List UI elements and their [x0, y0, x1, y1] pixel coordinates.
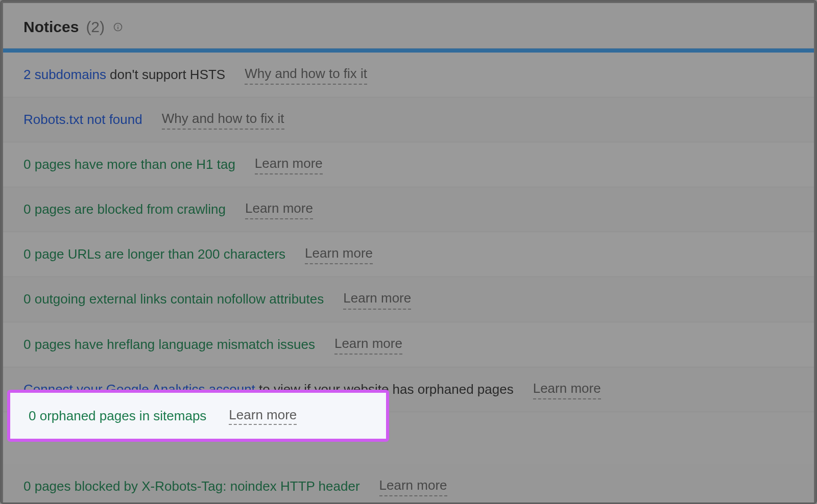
learn-more-link[interactable]: Learn more — [255, 155, 323, 174]
notice-row: 0 pages have hreflang language mismatch … — [3, 322, 814, 367]
notices-title: Notices — [23, 18, 79, 36]
notice-link[interactable]: 2 subdomains — [23, 67, 106, 82]
svg-point-1 — [117, 25, 118, 26]
notice-message: 0 pages have more than one H1 tag — [23, 156, 235, 173]
notice-link[interactable]: Robots.txt not found — [23, 112, 142, 127]
info-icon[interactable] — [113, 22, 123, 32]
notice-link[interactable]: 0 pages have more than one H1 tag — [23, 157, 235, 172]
notice-row: 0 page URLs are longer than 200 characte… — [3, 232, 814, 277]
progress-bar — [3, 48, 814, 53]
notice-row: 0 pages blocked by X-Robots-Tag: noindex… — [3, 464, 814, 504]
notice-message: 0 pages are blocked from crawling — [23, 200, 226, 218]
notice-message: 2 subdomains don't support HSTS — [23, 66, 225, 84]
fix-link[interactable]: Why and how to fix it — [245, 65, 367, 85]
notice-link[interactable]: 0 orphaned pages in sitemaps — [29, 408, 206, 424]
notice-message: 0 outgoing external links contain nofoll… — [23, 290, 324, 308]
fix-link[interactable]: Why and how to fix it — [162, 110, 284, 130]
learn-more-link[interactable]: Learn more — [245, 199, 313, 219]
notice-link[interactable]: 0 page URLs are longer than 200 characte… — [23, 246, 285, 262]
notice-link[interactable]: 0 pages blocked by X-Robots-Tag: noindex… — [23, 478, 360, 494]
notices-count: (2) — [86, 18, 105, 36]
learn-more-link[interactable]: Learn more — [379, 476, 447, 496]
learn-more-link[interactable]: Learn more — [343, 289, 411, 309]
notice-message: 0 pages blocked by X-Robots-Tag: noindex… — [23, 477, 360, 495]
notice-row-highlighted: 0 orphaned pages in sitemaps Learn more — [7, 390, 389, 442]
notice-row: 0 outgoing external links contain nofoll… — [3, 277, 814, 322]
notice-message: Robots.txt not found — [23, 111, 142, 129]
notice-row: 0 pages have more than one H1 tagLearn m… — [3, 142, 814, 187]
notice-row: 0 pages are blocked from crawlingLearn m… — [3, 187, 814, 232]
notice-row: Robots.txt not foundWhy and how to fix i… — [3, 97, 814, 142]
notices-header: Notices (2) — [3, 3, 814, 48]
notice-message: 0 page URLs are longer than 200 characte… — [23, 245, 285, 263]
notice-message: 0 pages have hreflang language mismatch … — [23, 336, 315, 354]
notice-link[interactable]: 0 outgoing external links contain nofoll… — [23, 291, 324, 307]
learn-more-link[interactable]: Learn more — [229, 407, 297, 425]
learn-more-link[interactable]: Learn more — [533, 380, 601, 399]
notice-row: 2 subdomains don't support HSTSWhy and h… — [3, 53, 814, 97]
learn-more-link[interactable]: Learn more — [334, 335, 402, 355]
notice-link[interactable]: 0 pages have hreflang language mismatch … — [23, 337, 315, 352]
learn-more-link[interactable]: Learn more — [305, 244, 373, 264]
notice-link[interactable]: 0 pages are blocked from crawling — [23, 201, 226, 217]
